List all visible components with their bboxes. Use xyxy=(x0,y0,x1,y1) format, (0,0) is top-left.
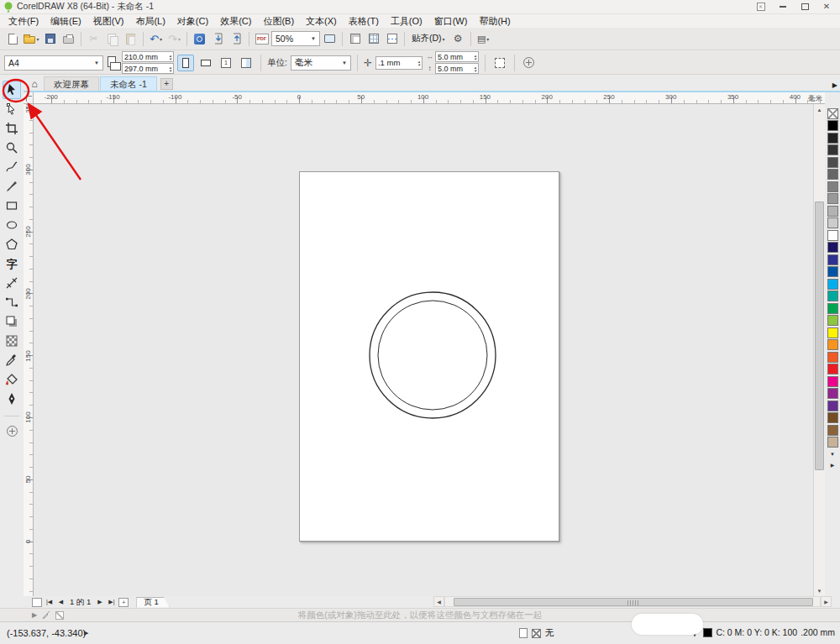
polygon-tool[interactable] xyxy=(3,235,21,254)
show-grid-button[interactable] xyxy=(365,29,382,48)
shape-tool[interactable] xyxy=(3,100,21,118)
export-button[interactable] xyxy=(228,29,245,48)
copy-button[interactable] xyxy=(103,29,121,48)
document-tab[interactable]: 欢迎屏幕 xyxy=(44,76,99,91)
duplicate-distance-x-field[interactable]: 5.0 mm▴▾ xyxy=(435,51,479,62)
zoom-level-combo[interactable]: 50%▼ xyxy=(271,31,320,46)
color-swatch[interactable] xyxy=(827,401,838,411)
menu-item[interactable]: 视图(V) xyxy=(87,14,130,29)
nudge-distance-field[interactable]: .1 mm▴▾ xyxy=(375,56,423,70)
color-swatch[interactable] xyxy=(827,230,838,241)
fullscreen-preview-button[interactable] xyxy=(321,29,339,48)
rectangle-tool[interactable] xyxy=(3,196,21,215)
no-color-swatch[interactable] xyxy=(55,611,64,620)
no-color-swatch[interactable] xyxy=(827,108,838,119)
palette-flyout-icon[interactable]: ▶ xyxy=(827,460,838,469)
landscape-button[interactable] xyxy=(197,55,214,71)
tab-scroll-right-icon[interactable]: ▶ xyxy=(832,81,837,89)
color-swatch[interactable] xyxy=(827,144,838,155)
interactive-fill-tool[interactable] xyxy=(3,370,21,389)
units-combo[interactable]: 毫米▼ xyxy=(291,55,351,71)
new-document-tab-button[interactable]: + xyxy=(160,78,173,90)
stepper-icon[interactable]: ▴▾ xyxy=(417,60,420,66)
eyedropper-icon[interactable] xyxy=(42,610,50,620)
crop-tool[interactable] xyxy=(3,119,21,138)
drop-shadow-tool[interactable] xyxy=(3,312,21,331)
horizontal-scrollbar[interactable] xyxy=(444,596,821,607)
color-swatch[interactable] xyxy=(827,254,838,265)
page-tab[interactable]: 页 1 xyxy=(136,597,169,608)
undo-button[interactable]: ↶▾ xyxy=(147,29,165,48)
menu-item[interactable]: 表格(T) xyxy=(343,14,385,29)
snap-to-combo[interactable]: 贴齐(D)▾ xyxy=(408,29,449,48)
palette-scroll-down-icon[interactable]: ▼ xyxy=(827,449,838,458)
color-swatch[interactable] xyxy=(827,181,838,192)
palette-flyout-icon[interactable]: ▶ xyxy=(32,611,37,619)
publish-to-pdf-button[interactable]: PDF xyxy=(253,29,270,48)
page-height-field[interactable]: 297.0 mm▴▾ xyxy=(122,63,174,74)
scroll-left-icon[interactable]: ◀ xyxy=(433,596,444,607)
scroll-right-icon[interactable]: ▶ xyxy=(821,596,832,607)
menu-item[interactable]: 工具(O) xyxy=(385,14,428,29)
welcome-home-button[interactable]: ⌂ xyxy=(25,76,44,91)
color-swatch[interactable] xyxy=(827,437,838,448)
menu-item[interactable]: 编辑(E) xyxy=(45,14,87,29)
horizontal-ruler[interactable]: -200-150-100-50050100150200250300350400 … xyxy=(34,92,825,104)
redo-button[interactable]: ↷▾ xyxy=(165,29,183,48)
print-button[interactable] xyxy=(60,29,77,48)
fill-none-icon[interactable] xyxy=(532,629,541,638)
open-button[interactable]: ▾ xyxy=(23,29,40,48)
color-swatch[interactable] xyxy=(827,376,838,387)
zoom-tool[interactable] xyxy=(3,139,21,157)
current-page-button[interactable] xyxy=(238,55,255,71)
menu-item[interactable]: 位图(B) xyxy=(257,14,300,29)
color-swatch[interactable] xyxy=(827,169,838,180)
last-page-button[interactable]: ▶| xyxy=(107,597,116,607)
duplicate-distance-y-field[interactable]: 5.0 mm▴▾ xyxy=(435,63,479,74)
new-document-button[interactable] xyxy=(4,29,22,48)
first-page-button[interactable]: |◀ xyxy=(45,597,54,607)
color-swatch[interactable] xyxy=(827,364,838,374)
color-swatch[interactable] xyxy=(827,266,838,277)
close-button[interactable]: ✕ xyxy=(816,1,837,13)
stepper-icon[interactable]: ▴▾ xyxy=(474,54,476,60)
color-swatch[interactable] xyxy=(827,315,838,326)
pick-tool[interactable] xyxy=(3,81,21,99)
color-swatch[interactable] xyxy=(827,352,838,363)
scroll-down-icon[interactable]: ▼ xyxy=(814,585,825,596)
color-swatch[interactable] xyxy=(827,157,838,168)
window-menu-icon[interactable]: K xyxy=(751,1,771,13)
page-size-combo[interactable]: A4▼ xyxy=(4,55,103,71)
treat-as-filled-button[interactable] xyxy=(491,55,508,71)
cut-button[interactable]: ✂ xyxy=(85,29,102,48)
menu-item[interactable]: 窗口(W) xyxy=(428,14,474,29)
color-swatch[interactable] xyxy=(827,242,838,253)
transparency-tool[interactable] xyxy=(3,332,21,350)
color-eyedropper-tool[interactable] xyxy=(3,351,21,369)
color-swatch[interactable] xyxy=(827,217,838,228)
document-tab[interactable]: 未命名 -1 xyxy=(100,76,157,91)
minimize-button[interactable] xyxy=(773,1,793,13)
page-flip-icon[interactable] xyxy=(32,598,42,607)
portrait-button[interactable] xyxy=(177,55,194,71)
text-tool[interactable]: 字 xyxy=(3,254,21,273)
color-swatch[interactable] xyxy=(827,339,838,350)
customize-toolbox-button[interactable] xyxy=(3,421,21,440)
stepper-icon[interactable]: ▴▾ xyxy=(169,54,171,60)
search-content-button[interactable] xyxy=(191,29,208,48)
vertical-scrollbar-thumb[interactable] xyxy=(815,202,824,470)
show-guidelines-button[interactable] xyxy=(383,29,401,48)
outline-color-swatch[interactable] xyxy=(703,628,712,637)
vertical-ruler[interactable]: 350300250200150100500 xyxy=(24,104,34,596)
color-swatch[interactable] xyxy=(827,327,838,338)
add-page-button[interactable]: + xyxy=(118,598,129,607)
document-page[interactable] xyxy=(299,171,559,542)
page-width-field[interactable]: 210.0 mm▴▾ xyxy=(122,51,174,62)
application-launcher-button[interactable]: ▤▾ xyxy=(475,29,492,48)
menu-item[interactable]: 布局(L) xyxy=(129,14,171,29)
parallel-dimension-tool[interactable] xyxy=(3,274,21,292)
propbar-options-button[interactable] xyxy=(521,55,538,71)
ellipse-tool[interactable] xyxy=(3,216,21,234)
status-flyout-icon[interactable]: ▶ xyxy=(84,630,88,636)
color-swatch[interactable] xyxy=(827,133,838,144)
